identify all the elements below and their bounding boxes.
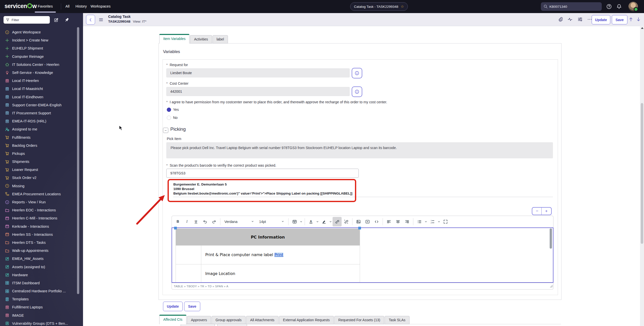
- print-link[interactable]: Print: [274, 253, 284, 257]
- editor-zoom-out-button[interactable]: −: [532, 207, 542, 215]
- save-button-bottom[interactable]: Save: [184, 302, 200, 311]
- editor-resize-handle[interactable]: [549, 284, 553, 288]
- sidebar-item[interactable]: EMEA_HW_Assets: [0, 255, 78, 263]
- tab-activities[interactable]: Activities: [190, 35, 212, 43]
- pin-sidebar-icon[interactable]: [64, 18, 69, 22]
- sidebar-item[interactable]: Templates: [0, 295, 78, 303]
- sidebar-filter[interactable]: Filter: [4, 16, 50, 24]
- align-right-button[interactable]: [403, 217, 412, 226]
- sidebar-item[interactable]: Support Center-EMEA-English: [0, 101, 78, 109]
- sidebar-item[interactable]: Reports - View / Run: [0, 198, 78, 206]
- bullet-list-button[interactable]: [415, 217, 424, 226]
- table-button[interactable]: [290, 217, 299, 226]
- editor-zoom-in-button[interactable]: +: [541, 207, 552, 215]
- sidebar-item[interactable]: Local IT-Heerlen: [0, 77, 78, 85]
- table-row2-cell[interactable]: Image Location: [201, 264, 360, 283]
- editor-table[interactable]: PC Information Print & Place computer na…: [176, 228, 360, 283]
- request-for-field[interactable]: Liesbet Boute: [166, 68, 350, 77]
- sidebar-item[interactable]: Incident > Create New: [0, 36, 78, 44]
- italic-button[interactable]: I: [182, 217, 191, 226]
- global-search[interactable]: KB0071340: [541, 2, 602, 11]
- update-button[interactable]: Update: [592, 15, 610, 24]
- table-empty-cell[interactable]: [176, 246, 201, 264]
- tab-favorites[interactable]: Favorites: [38, 4, 53, 8]
- sidebar-item[interactable]: IT Solutions Center - Heerlen: [0, 61, 78, 69]
- notifications-icon[interactable]: [616, 4, 622, 9]
- sidebar-item[interactable]: Heerlen SS - Interactions: [0, 230, 78, 239]
- tab-all-attachments[interactable]: All Attachments: [246, 316, 278, 324]
- sidebar-item[interactable]: Local IT-Eindhoven: [0, 93, 78, 101]
- numbered-list-button[interactable]: 12: [428, 217, 437, 226]
- request-for-info-button[interactable]: [352, 68, 362, 78]
- link-button[interactable]: [333, 217, 342, 226]
- sidebar-item[interactable]: Walk-up Appointments: [0, 247, 78, 255]
- element-path[interactable]: TABLE » TBODY » TR » TD » SPAN » A: [174, 285, 228, 288]
- sidebar-item[interactable]: Assigned to me: [0, 125, 78, 133]
- sidebar-item[interactable]: Heerlen DTS - Tasks: [0, 239, 78, 247]
- underline-button[interactable]: U: [191, 217, 200, 226]
- tab-requested-for-assets-13-[interactable]: Requested For Assets (13): [334, 316, 384, 324]
- menu-all[interactable]: All: [65, 4, 69, 8]
- attachment-icon[interactable]: [558, 17, 563, 22]
- size-select[interactable]: 14pt: [257, 217, 287, 226]
- search-input[interactable]: KB0071340: [549, 5, 567, 9]
- tab-item-variables[interactable]: Item Variables: [159, 34, 189, 43]
- sidebar-item[interactable]: IT Procurement Support: [0, 109, 78, 117]
- font-select[interactable]: Verdana: [222, 217, 257, 226]
- more-options-icon[interactable]: [587, 17, 592, 22]
- align-center-button[interactable]: [393, 217, 403, 226]
- next-record-icon[interactable]: [636, 17, 641, 22]
- tab-label[interactable]: label: [213, 35, 228, 43]
- edit-favorites-icon[interactable]: [54, 18, 59, 22]
- sidebar-item[interactable]: Loaner Request: [0, 166, 78, 174]
- table-resize-handle-left[interactable]: [174, 227, 177, 229]
- back-button[interactable]: [86, 15, 95, 25]
- fullscreen-button[interactable]: [441, 217, 450, 226]
- sidebar-item[interactable]: Fulfillments: [0, 133, 78, 141]
- sidebar-item[interactable]: Vulnerability Groups (DTS + Ben...: [0, 319, 78, 326]
- redo-button[interactable]: [210, 217, 219, 226]
- highlight-button[interactable]: [319, 217, 329, 226]
- undo-button[interactable]: [200, 217, 210, 226]
- picking-collapse-button[interactable]: −: [163, 128, 168, 133]
- sidebar-item[interactable]: ITSM Dashboard: [0, 279, 78, 287]
- menu-history[interactable]: History: [75, 4, 87, 8]
- editor-scrollbar-thumb[interactable]: [550, 228, 552, 249]
- table-row1-cell[interactable]: Print & Place computer name label Print: [201, 246, 360, 264]
- sidebar-item[interactable]: Assets (assigned to): [0, 263, 78, 271]
- radio-no[interactable]: [167, 116, 171, 120]
- barcode-input[interactable]: 978TGS3: [166, 169, 359, 178]
- page-scrollbar-thumb[interactable]: [641, 103, 643, 244]
- chevron-down-icon[interactable]: [299, 217, 303, 226]
- menu-workspaces[interactable]: Workspaces: [91, 4, 111, 8]
- sidebar-item[interactable]: Fulfillment Laptops: [0, 303, 78, 311]
- tab-external-application-requests[interactable]: External Application Requests: [279, 316, 334, 324]
- sidebar-item[interactable]: Hardware: [0, 271, 78, 279]
- radio-yes[interactable]: [167, 108, 171, 112]
- cost-center-info-button[interactable]: [352, 86, 362, 97]
- sidebar-item[interactable]: Local IT-Maastricht: [0, 85, 78, 93]
- help-icon[interactable]: [606, 4, 612, 9]
- scroll-up-arrow[interactable]: [641, 27, 643, 29]
- sidebar-item[interactable]: Stuck Order v2: [0, 174, 78, 182]
- sidebar-item[interactable]: EMEA-IT-RDS (HRL): [0, 117, 78, 125]
- form-context-menu-icon[interactable]: [99, 17, 103, 22]
- sidebar-item[interactable]: Self-Service - Knowledge: [0, 69, 78, 77]
- sidebar-item[interactable]: Backlog Orders: [0, 142, 78, 150]
- avatar[interactable]: [628, 2, 638, 11]
- sidebar-item[interactable]: Heerlen C-Mill - Interactions: [0, 214, 78, 222]
- previous-record-icon[interactable]: [628, 17, 633, 22]
- text-color-button[interactable]: A: [306, 217, 315, 226]
- activity-stream-icon[interactable]: [568, 17, 573, 22]
- pick-item-text-field[interactable]: Please pick product Dell Inc. Travel Lap…: [166, 142, 553, 158]
- chevron-down-icon[interactable]: [424, 217, 428, 226]
- chevron-down-icon[interactable]: [315, 217, 319, 226]
- editor-content[interactable]: PC Information Print & Place computer na…: [172, 227, 553, 283]
- view-label[interactable]: View: IT*: [133, 20, 146, 23]
- align-left-button[interactable]: [384, 217, 393, 226]
- tab-group-approvals[interactable]: Group approvals: [212, 316, 246, 324]
- sidebar-item[interactable]: Kerkrade - Interactions: [0, 222, 78, 230]
- sidebar-item[interactable]: Missing: [0, 182, 78, 190]
- sidebar-item[interactable]: Heerlen EOC - Interactions: [0, 206, 78, 214]
- record-title-pill[interactable]: Catalog Task - TASK2299348☆: [350, 2, 408, 11]
